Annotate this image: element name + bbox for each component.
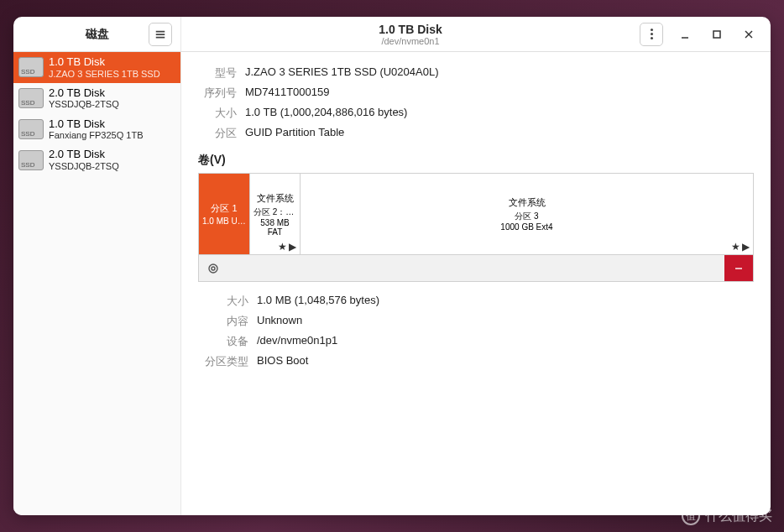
volume-type: 文件系统 <box>257 192 294 205</box>
disk-list-item-subtitle: YSSDJQB-2TSQ <box>49 161 175 172</box>
model-label: 型号 <box>198 65 245 81</box>
window-controls <box>640 23 771 46</box>
toolbar-spacer <box>227 255 724 281</box>
disk-list-item-subtitle: YSSDJQB-2TSQ <box>49 99 175 110</box>
part-type-value: BIOS Boot <box>257 354 308 369</box>
minus-icon <box>732 262 745 275</box>
part-size-label: 大小 <box>198 294 257 309</box>
watermark: 值 什么值得买 <box>682 507 772 525</box>
volume-actions: ★ ▶ <box>278 241 296 253</box>
volume-partition[interactable]: 文件系统 分区 3 1000 GB Ext4 ★ ▶ <box>300 174 753 254</box>
partitioning-value: GUID Partition Table <box>245 126 344 141</box>
disk-device-path: /dev/nvme0n1 <box>181 36 640 46</box>
size-value: 1.0 TB (1,000,204,886,016 bytes) <box>245 106 407 121</box>
maximize-button[interactable] <box>707 24 727 44</box>
maximize-icon <box>712 29 722 39</box>
volume-size: 538 MB FAT <box>253 218 296 237</box>
ssd-icon: SSD <box>18 119 44 139</box>
titlebar-right: 1.0 TB Disk /dev/nvme0n1 <box>181 17 771 51</box>
disk-list-item-title: 1.0 TB Disk <box>49 117 175 131</box>
disk-list-item[interactable]: SSD 2.0 TB Disk YSSDJQB-2TSQ <box>13 83 180 114</box>
close-icon <box>744 29 754 39</box>
disk-title: 1.0 TB Disk <box>181 23 640 36</box>
disk-list-item-info: 2.0 TB Disk YSSDJQB-2TSQ <box>49 148 175 172</box>
part-contents-value: Unknown <box>257 314 302 329</box>
disk-title-wrap: 1.0 TB Disk /dev/nvme0n1 <box>181 23 640 46</box>
minimize-button[interactable] <box>675 24 695 44</box>
volume-label: 分区 1 <box>211 202 237 215</box>
disk-list-item[interactable]: SSD 1.0 TB Disk Fanxiang FP325Q 1TB <box>13 114 180 145</box>
delete-partition-button[interactable] <box>724 255 753 281</box>
disks-window: 磁盘 1.0 TB Disk /dev/nvme0n1 <box>13 17 771 515</box>
disk-list-item-title: 2.0 TB Disk <box>49 86 175 100</box>
volume-type: 文件系统 <box>509 196 546 209</box>
disk-list-sidebar: SSD 1.0 TB Disk J.ZAO 3 SERIES 1TB SSD S… <box>13 52 181 515</box>
part-device-label: 设备 <box>198 334 257 349</box>
part-device-value: /dev/nvme0n1p1 <box>257 334 337 349</box>
minimize-icon <box>680 29 690 39</box>
main-panel: 型号J.ZAO 3 SERIES 1TB SSD (U0204A0L) 序列号M… <box>181 52 771 515</box>
disk-list-item-info: 1.0 TB Disk J.ZAO 3 SERIES 1TB SSD <box>49 55 175 80</box>
disk-list-item-title: 2.0 TB Disk <box>49 148 175 161</box>
volume-label: 分区 3 <box>515 211 538 222</box>
svg-rect-4 <box>713 31 720 38</box>
play-icon[interactable]: ▶ <box>742 241 750 253</box>
volume-label: 分区 2：EFI … <box>253 206 296 218</box>
part-contents-label: 内容 <box>198 314 257 329</box>
titlebar: 磁盘 1.0 TB Disk /dev/nvme0n1 <box>13 17 771 52</box>
play-icon[interactable]: ▶ <box>289 241 296 253</box>
volume-size: 1000 GB Ext4 <box>500 222 552 232</box>
ssd-icon: SSD <box>18 88 44 108</box>
volumes-toolbar <box>199 254 753 281</box>
watermark-icon: 值 <box>682 507 700 525</box>
volumes-strip: 分区 1 1.0 MB Unk 文件系统 分区 2：EFI … 538 MB F… <box>199 174 753 254</box>
volume-actions: ★ ▶ <box>731 241 750 253</box>
drive-options-button[interactable] <box>640 23 663 46</box>
ssd-icon: SSD <box>18 150 44 170</box>
disk-list-item-info: 2.0 TB Disk YSSDJQB-2TSQ <box>49 86 175 111</box>
ssd-icon: SSD <box>18 57 44 77</box>
disk-list-item[interactable]: SSD 1.0 TB Disk J.ZAO 3 SERIES 1TB SSD <box>13 52 180 83</box>
svg-point-7 <box>209 264 217 273</box>
model-value: J.ZAO 3 SERIES 1TB SSD (U0204A0L) <box>245 65 438 81</box>
gear-icon <box>206 262 220 275</box>
part-type-label: 分区类型 <box>198 354 257 369</box>
serial-label: 序列号 <box>198 86 245 101</box>
part-size-value: 1.0 MB (1,048,576 bytes) <box>257 294 379 309</box>
disk-list-item-title: 1.0 TB Disk <box>49 55 175 69</box>
star-icon[interactable]: ★ <box>731 241 740 253</box>
content: SSD 1.0 TB Disk J.ZAO 3 SERIES 1TB SSD S… <box>13 52 771 515</box>
volume-partition[interactable]: 文件系统 分区 2：EFI … 538 MB FAT ★ ▶ <box>249 174 300 254</box>
disk-list-item-info: 1.0 TB Disk Fanxiang FP325Q 1TB <box>49 117 175 142</box>
svg-point-8 <box>212 267 215 270</box>
disk-list-item-subtitle: J.ZAO 3 SERIES 1TB SSD <box>49 69 175 80</box>
hamburger-icon <box>154 29 166 40</box>
volume-size: 1.0 MB Unk <box>202 216 246 226</box>
size-label: 大小 <box>198 106 245 121</box>
close-button[interactable] <box>739 24 759 44</box>
menu-button[interactable] <box>149 23 172 46</box>
volumes-box: 分区 1 1.0 MB Unk 文件系统 分区 2：EFI … 538 MB F… <box>198 173 754 282</box>
volumes-heading: 卷(V) <box>198 153 754 168</box>
partition-details: 大小1.0 MB (1,048,576 bytes) 内容Unknown 设备/… <box>198 294 754 369</box>
app-title: 磁盘 <box>86 27 109 42</box>
partitioning-label: 分区 <box>198 126 245 141</box>
titlebar-left: 磁盘 <box>13 17 181 51</box>
disk-list-item[interactable]: SSD 2.0 TB Disk YSSDJQB-2TSQ <box>13 144 180 175</box>
volume-partition[interactable]: 分区 1 1.0 MB Unk <box>199 174 249 254</box>
star-icon[interactable]: ★ <box>278 241 287 253</box>
serial-value: MD7411T000159 <box>245 86 329 101</box>
disk-list-item-subtitle: Fanxiang FP325Q 1TB <box>49 130 175 141</box>
kebab-icon <box>651 29 653 39</box>
volume-settings-button[interactable] <box>199 255 227 281</box>
watermark-text: 什么值得买 <box>705 508 772 525</box>
